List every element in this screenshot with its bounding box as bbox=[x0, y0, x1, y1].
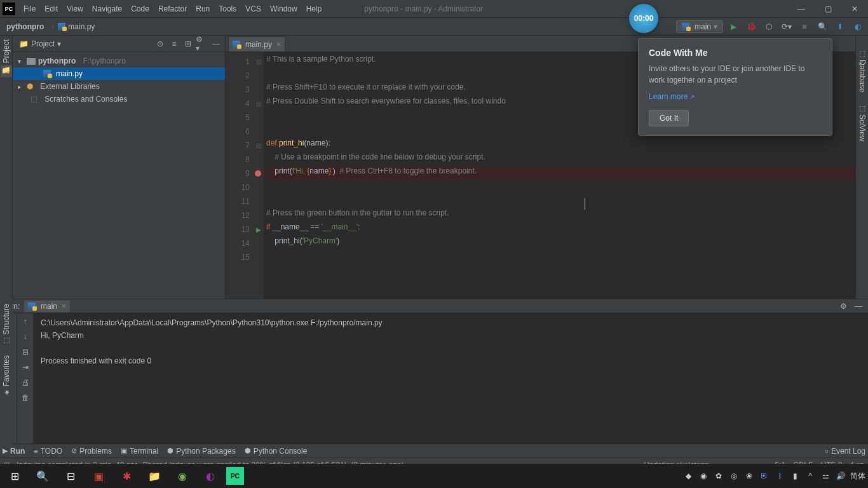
menu-tools[interactable]: Tools bbox=[214, 4, 241, 13]
tree-file-main[interactable]: main.py bbox=[13, 67, 225, 80]
taskbar-app-powerpoint[interactable]: ▣ bbox=[86, 466, 111, 485]
taskbar-app-explorer[interactable]: 📁 bbox=[142, 466, 166, 485]
tray-icon[interactable]: ❀ bbox=[743, 470, 755, 482]
close-run-tab-icon[interactable]: × bbox=[62, 302, 66, 311]
search-everywhere-button[interactable]: 🔍 bbox=[815, 19, 830, 34]
expand-all-icon[interactable]: ≡ bbox=[168, 37, 180, 50]
run-button[interactable]: ▶ bbox=[726, 19, 741, 34]
close-tab-icon[interactable]: × bbox=[276, 40, 281, 49]
tray-network-icon[interactable]: ⚍ bbox=[820, 470, 831, 482]
project-panel: 📁 Project ▾ ⊙ ≡ ⊟ ⚙ ▾ — ▾pythonpro F:\py… bbox=[13, 36, 226, 299]
terminal-tool-button[interactable]: ▣ Terminal bbox=[121, 447, 158, 456]
learn-more-link[interactable]: Learn more bbox=[649, 92, 695, 101]
hide-run-icon[interactable]: — bbox=[853, 301, 864, 312]
app-icon: PC bbox=[3, 3, 15, 15]
breadcrumb-file[interactable]: main.py bbox=[48, 21, 98, 32]
tray-icon[interactable]: ◉ bbox=[698, 470, 709, 482]
menu-refactor[interactable]: Refactor bbox=[154, 4, 191, 13]
run-tab-main[interactable]: main × bbox=[24, 301, 70, 312]
debug-button[interactable]: 🐞 bbox=[743, 19, 759, 34]
task-view-icon[interactable]: ⊟ bbox=[58, 466, 83, 485]
ide-settings-button[interactable]: ◐ bbox=[850, 19, 865, 34]
left-tool-strip: 📁 Project bbox=[0, 36, 13, 299]
run-tool-button[interactable]: ▶ Run bbox=[3, 447, 25, 456]
problems-tool-button[interactable]: ⊘ Problems bbox=[71, 447, 112, 456]
event-log-button[interactable]: ○ Event Log bbox=[824, 447, 865, 456]
run-config-selector[interactable]: main ▾ bbox=[676, 20, 723, 33]
profile-button[interactable]: ⟳▾ bbox=[779, 19, 794, 34]
tray-bluetooth-icon[interactable]: ᛒ bbox=[774, 470, 785, 482]
menu-help[interactable]: Help bbox=[302, 4, 327, 13]
breadcrumb-project[interactable]: pythonpro bbox=[3, 21, 48, 32]
menu-bar: PC File Edit View Navigate Code Refactor… bbox=[0, 0, 868, 18]
project-tool-button[interactable]: 📁 Project bbox=[1, 36, 12, 81]
tray-icon[interactable]: ◎ bbox=[728, 470, 740, 482]
select-opened-file-icon[interactable]: ⊙ bbox=[154, 37, 166, 50]
start-button[interactable]: ⊞ bbox=[3, 466, 27, 485]
code-with-me-popup: Code With Me Invite others to your IDE o… bbox=[638, 38, 832, 136]
maximize-button[interactable]: ▢ bbox=[815, 1, 841, 17]
bottom-tool-strip: ▶ Run ≡ TODO ⊘ Problems ▣ Terminal ⬢ Pyt… bbox=[0, 444, 868, 458]
tray-battery-icon[interactable]: ▮ bbox=[789, 470, 801, 482]
project-panel-title[interactable]: 📁 Project ▾ bbox=[15, 38, 65, 50]
got-it-button[interactable]: Got It bbox=[649, 110, 689, 126]
taskbar-app-pycharm[interactable]: PC bbox=[226, 467, 244, 485]
stop-button[interactable]: ■ bbox=[797, 19, 812, 34]
clear-icon[interactable]: 🗑 bbox=[20, 392, 31, 403]
database-tool-button[interactable]: ⬚ Database bbox=[856, 44, 868, 97]
tray-chevron-icon[interactable]: ^ bbox=[804, 470, 816, 482]
favorites-tool-button[interactable]: ★ Favorites bbox=[0, 350, 13, 402]
windows-taskbar: ⊞ 🔍 ⊟ ▣ ✱ 📁 ◉ ◐ PC ◆ ◉ ✿ ◎ ❀ ⛨ ᛒ ▮ ^ ⚍ 🔊… bbox=[0, 464, 868, 488]
run-gutter-icon[interactable]: ▶ bbox=[256, 226, 261, 233]
taskbar-app-2[interactable]: ✱ bbox=[114, 466, 139, 485]
tree-root[interactable]: ▾pythonpro F:\pythonpro bbox=[13, 55, 225, 67]
breakpoint-icon[interactable] bbox=[255, 170, 261, 177]
menu-run[interactable]: Run bbox=[191, 4, 214, 13]
python-packages-tool-button[interactable]: ⬢ Python Packages bbox=[167, 447, 235, 456]
menu-edit[interactable]: Edit bbox=[40, 4, 62, 13]
hide-panel-icon[interactable]: — bbox=[210, 37, 222, 50]
python-file-icon bbox=[58, 23, 65, 30]
left-tool-strip-lower: ⬚ Structure ★ Favorites bbox=[0, 299, 13, 445]
menu-code[interactable]: Code bbox=[126, 4, 154, 13]
structure-tool-button[interactable]: ⬚ Structure bbox=[0, 299, 13, 350]
navigation-bar: pythonpro main.py main ▾ ▶ 🐞 ⬡ ⟳▾ ■ 🔍 ⬆ … bbox=[0, 18, 868, 36]
editor-tab-main[interactable]: main.py× bbox=[228, 36, 285, 51]
ime-indicator[interactable]: 简体 bbox=[850, 471, 865, 482]
taskbar-app-browser[interactable]: ◉ bbox=[170, 466, 194, 485]
update-button[interactable]: ⬆ bbox=[832, 19, 848, 34]
timer-badge[interactable]: 00:00 bbox=[629, 4, 658, 33]
todo-tool-button[interactable]: ≡ TODO bbox=[34, 447, 62, 456]
collapse-all-icon[interactable]: ⊟ bbox=[182, 37, 194, 50]
menu-window[interactable]: Window bbox=[266, 4, 302, 13]
menu-view[interactable]: View bbox=[62, 4, 88, 13]
close-button[interactable]: ✕ bbox=[841, 1, 868, 17]
settings-icon[interactable]: ⚙ ▾ bbox=[196, 37, 208, 50]
menu-navigate[interactable]: Navigate bbox=[88, 4, 126, 13]
print-icon[interactable]: 🖨 bbox=[20, 377, 31, 388]
search-icon[interactable]: 🔍 bbox=[31, 466, 55, 485]
taskbar-app-5[interactable]: ◐ bbox=[198, 466, 222, 485]
tray-icon[interactable]: ◆ bbox=[682, 470, 694, 482]
tray-shield-icon[interactable]: ⛨ bbox=[759, 470, 770, 482]
sciview-tool-button[interactable]: ⬚ SciView bbox=[856, 99, 868, 147]
coverage-button[interactable]: ⬡ bbox=[761, 19, 776, 34]
minimize-button[interactable]: — bbox=[788, 1, 815, 17]
menu-vcs[interactable]: VCS bbox=[241, 4, 266, 13]
soft-wrap-icon[interactable]: ⊟ bbox=[20, 346, 31, 358]
scroll-up-icon[interactable]: ↑ bbox=[20, 316, 31, 327]
tray-volume-icon[interactable]: 🔊 bbox=[835, 470, 846, 482]
run-output-toolbar: ↑ ↓ ⊟ ⇥ 🖨 🗑 bbox=[17, 313, 33, 444]
scroll-down-icon[interactable]: ↓ bbox=[20, 331, 31, 342]
python-console-tool-button[interactable]: ⬢ Python Console bbox=[245, 447, 308, 456]
tree-scratches[interactable]: ⬚ Scratches and Consoles bbox=[13, 93, 225, 105]
editor-gutter[interactable]: 1⊟ 2 3 4⊟ 5 6 7⊟ 8 9 10 11 12 13▶ 14 15 bbox=[226, 52, 264, 299]
tray-icon[interactable]: ✿ bbox=[713, 470, 724, 482]
console-output[interactable]: C:\Users\Administrator\AppData\Local\Pro… bbox=[33, 313, 868, 444]
scroll-end-icon[interactable]: ⇥ bbox=[20, 362, 31, 373]
tree-external-libraries[interactable]: ▸⬢ External Libraries bbox=[13, 80, 225, 93]
popup-body: Invite others to your IDE or join anothe… bbox=[649, 63, 822, 86]
run-settings-icon[interactable]: ⚙ bbox=[837, 301, 849, 312]
python-file-icon bbox=[28, 302, 36, 310]
menu-file[interactable]: File bbox=[19, 4, 40, 13]
